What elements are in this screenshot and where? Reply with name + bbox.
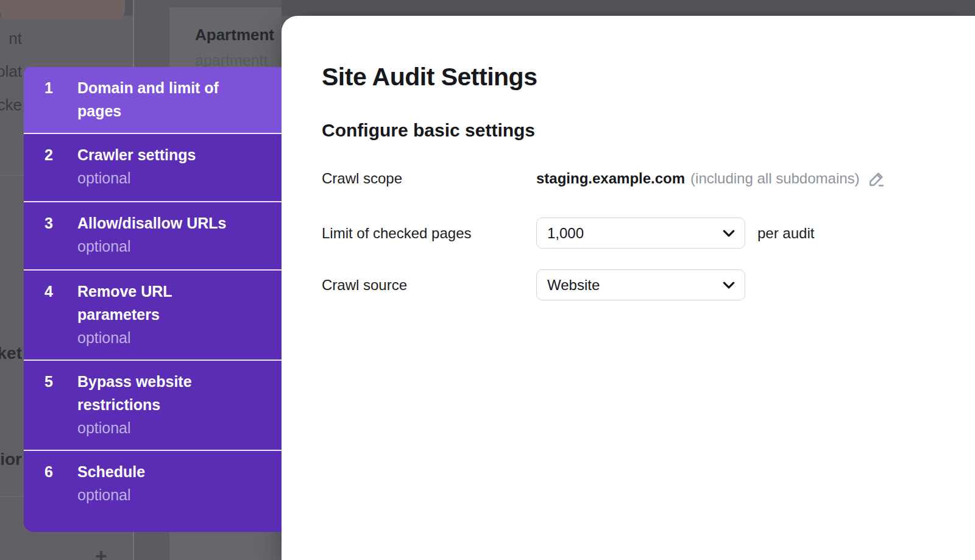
- limit-of-pages-label: Limit of checked pages: [322, 225, 536, 242]
- step-optional-label: optional: [77, 483, 275, 506]
- bg-text-fragment: plat: [0, 62, 23, 83]
- bg-text-fragment: cke: [0, 96, 23, 116]
- modal-title: Site Audit Settings: [322, 62, 975, 91]
- step-crawler-settings[interactable]: 2 Crawler settings optional: [24, 133, 282, 201]
- step-allow-disallow-urls[interactable]: 3 Allow/disallow URLs optional: [24, 201, 282, 269]
- limit-of-pages-row: Limit of checked pages 1,000 per audit: [322, 218, 975, 249]
- chevron-down-icon: [723, 230, 735, 237]
- step-title: Allow/disallow URLs: [77, 211, 236, 235]
- bg-text-fragment: tior: [0, 450, 23, 470]
- step-number: 4: [24, 280, 77, 349]
- crawl-source-row: Crawl source Website: [322, 269, 975, 300]
- edit-crawl-scope-button[interactable]: [867, 169, 886, 188]
- step-title: Remove URL parameters: [77, 280, 236, 326]
- bg-plus-fragment: +: [95, 544, 107, 560]
- section-heading: Configure basic settings: [322, 119, 975, 141]
- chevron-down-icon: [723, 282, 735, 289]
- dimmed-tab-block: [0, 0, 125, 20]
- limit-of-pages-select[interactable]: 1,000: [536, 218, 745, 249]
- pencil-icon: [867, 169, 886, 188]
- step-bypass-website-restrictions[interactable]: 5 Bypass website restrictions optional: [24, 360, 282, 450]
- limit-suffix-text: per audit: [757, 225, 814, 242]
- step-remove-url-parameters[interactable]: 4 Remove URL parameters optional: [24, 269, 282, 360]
- limit-of-pages-value: 1,000: [547, 225, 584, 242]
- step-number: 3: [24, 211, 77, 259]
- step-title: Bypass website restrictions: [77, 370, 236, 416]
- step-number: 5: [24, 370, 77, 439]
- step-title: Schedule: [77, 460, 236, 483]
- step-number: 1: [24, 76, 77, 122]
- crawl-source-select[interactable]: Website: [536, 269, 745, 300]
- step-title: Domain and limit of pages: [77, 76, 236, 122]
- bg-card-title: Apartment: [195, 26, 282, 44]
- crawl-scope-note: (including all subdomains): [690, 170, 859, 187]
- bg-text-fragment: ket: [0, 344, 23, 364]
- step-title: Crawler settings: [77, 143, 236, 166]
- wizard-step-list: 1 Domain and limit of pages 2 Crawler se…: [24, 67, 282, 532]
- step-schedule[interactable]: 6 Schedule optional: [24, 450, 282, 532]
- crawl-scope-row: Crawl scope staging.example.com (includi…: [322, 163, 975, 194]
- crawl-scope-value: staging.example.com: [536, 170, 685, 187]
- step-number: 6: [24, 460, 77, 516]
- step-optional-label: optional: [77, 235, 275, 258]
- crawl-scope-label: Crawl scope: [322, 170, 536, 187]
- crawl-source-value: Website: [547, 277, 600, 294]
- crawl-source-label: Crawl source: [322, 277, 536, 294]
- step-optional-label: optional: [77, 416, 275, 439]
- bg-text-fragment: nt: [0, 29, 23, 50]
- step-optional-label: optional: [77, 326, 275, 349]
- step-number: 2: [24, 143, 77, 191]
- site-audit-settings-modal: Site Audit Settings Configure basic sett…: [282, 16, 975, 560]
- step-domain-and-limit[interactable]: 1 Domain and limit of pages: [24, 67, 282, 133]
- step-optional-label: optional: [77, 166, 275, 190]
